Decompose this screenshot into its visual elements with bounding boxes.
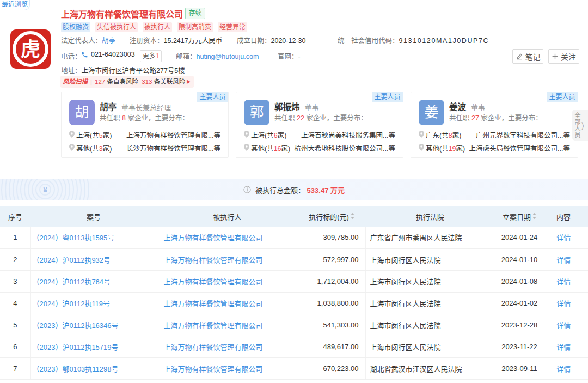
svg-text:¥: ¥ bbox=[43, 186, 47, 194]
